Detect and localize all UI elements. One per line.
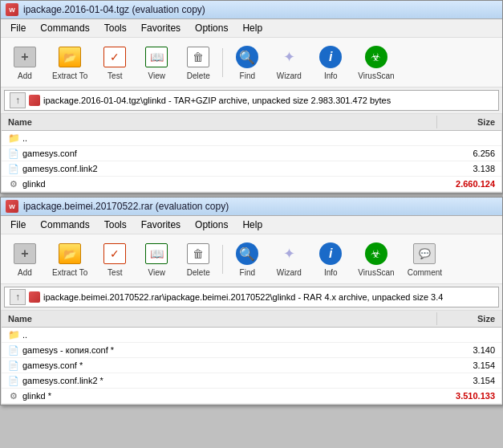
- file-name-cell: gamesys.conf.link2 *: [2, 374, 437, 387]
- virusscan-button-1[interactable]: ☣ VirusScan: [353, 41, 399, 83]
- title-bar-1: W ipackage.2016-01-04.tgz (evaluation co…: [1, 1, 502, 19]
- col-name-header-2[interactable]: Name: [2, 312, 437, 325]
- file-size-cell: [437, 334, 501, 336]
- virusscan-label-1: VirusScan: [358, 71, 394, 80]
- parent-folder-icon: [8, 132, 19, 144]
- title-text-2: ipackage.beimei.20170522.rar (evaluation…: [23, 201, 229, 212]
- file-name-cell: ..: [2, 328, 437, 341]
- delete-button-1[interactable]: 🗑 Delete: [179, 41, 217, 83]
- test-button-1[interactable]: ✓ Test: [95, 41, 134, 83]
- find-button-1[interactable]: 🔍 Find: [228, 41, 266, 83]
- find-icon-1: 🔍: [236, 46, 258, 68]
- table-row[interactable]: glinkd * 3.510.133: [2, 389, 501, 404]
- menu-file-2[interactable]: File: [4, 218, 32, 232]
- comment-icon-2: 💬: [413, 243, 436, 264]
- view-label-2: View: [148, 268, 166, 277]
- file-size-cell: 3.154: [437, 360, 501, 371]
- file-list-1: Name Size .. gamesys.conf 6.256 gamesys.…: [1, 113, 502, 193]
- comment-button-2[interactable]: 💬 Comment: [403, 238, 447, 280]
- extract-button-2[interactable]: 📂 Extract To: [47, 238, 92, 280]
- menu-favorites-1[interactable]: Favorites: [135, 21, 187, 35]
- file-name-cell: glinkd *: [2, 389, 437, 402]
- toolbar-1: + Add 📂 Extract To ✓ Test 📖 View 🗑 Delet…: [1, 38, 502, 88]
- wizard-icon-1: ✦: [278, 47, 300, 67]
- view-button-1[interactable]: 📖 View: [137, 41, 176, 83]
- delete-button-2[interactable]: 🗑 Delete: [179, 238, 217, 280]
- address-bar-2: ↑ ipackage.beimei.20170522.rar\ipackage.…: [4, 287, 499, 307]
- table-row[interactable]: gamesys - копия.conf * 3.140: [2, 343, 501, 358]
- add-button-1[interactable]: + Add: [6, 41, 44, 83]
- menu-favorites-2[interactable]: Favorites: [135, 218, 187, 232]
- menu-tools-1[interactable]: Tools: [98, 21, 133, 35]
- find-icon-2: 🔍: [236, 242, 258, 265]
- info-button-2[interactable]: i Info: [311, 238, 350, 280]
- menu-commands-1[interactable]: Commands: [34, 21, 95, 35]
- col-size-header-1[interactable]: Size: [437, 116, 501, 128]
- wizard-button-2[interactable]: ✦ Wizard: [270, 238, 308, 280]
- find-label-2: Find: [240, 268, 255, 277]
- file-size-cell: 3.154: [437, 375, 501, 386]
- file-name: glinkd: [22, 179, 46, 189]
- conf-link-file-icon: [8, 163, 19, 174]
- find-button-2[interactable]: 🔍 Find: [228, 238, 266, 280]
- file-size-cell: 2.660.124: [437, 178, 501, 189]
- file-size-cell: 3.138: [437, 163, 501, 174]
- file-size-cell: 3.140: [437, 344, 501, 356]
- extract-icon-2: 📂: [59, 243, 81, 264]
- conf-link-file-icon-2: [8, 375, 19, 386]
- extract-icon-1: 📂: [59, 47, 81, 67]
- table-row[interactable]: gamesys.conf.link2 * 3.154: [2, 373, 501, 389]
- file-name: gamesys.conf: [22, 149, 77, 158]
- app-icon-2: W: [6, 200, 18, 213]
- file-name-cell: gamesys.conf: [2, 147, 437, 160]
- menu-options-1[interactable]: Options: [189, 21, 234, 35]
- menu-help-1[interactable]: Help: [236, 21, 269, 35]
- file-size-cell: 6.256: [437, 148, 501, 159]
- extract-label-1: Extract To: [52, 71, 87, 80]
- address-bar-1: ↑ ipackage.2016-01-04.tgz\glinkd - TAR+G…: [4, 90, 499, 111]
- add-label-2: Add: [18, 268, 32, 277]
- menu-file-1[interactable]: File: [4, 21, 32, 35]
- view-button-2[interactable]: 📖 View: [137, 238, 176, 280]
- test-icon-1: ✓: [103, 47, 126, 67]
- table-row[interactable]: gamesys.conf.link2 3.138: [2, 161, 501, 177]
- col-name-header-1[interactable]: Name: [2, 116, 437, 128]
- address-text-1: ipackage.2016-01-04.tgz\glinkd - TAR+GZI…: [43, 96, 391, 105]
- delete-label-1: Delete: [187, 71, 210, 80]
- col-size-header-2[interactable]: Size: [437, 312, 501, 325]
- up-button-2[interactable]: ↑: [10, 289, 26, 305]
- file-name: ..: [22, 330, 27, 340]
- file-size-cell: 3.510.133: [437, 390, 501, 401]
- file-name: gamesys.conf *: [22, 360, 83, 370]
- table-row[interactable]: gamesys.conf 6.256: [2, 146, 501, 161]
- table-row[interactable]: gamesys.conf * 3.154: [2, 358, 501, 373]
- menu-tools-2[interactable]: Tools: [98, 218, 133, 232]
- test-label-2: Test: [107, 268, 122, 277]
- file-name-cell: ..: [2, 132, 437, 145]
- wizard-icon-2: ✦: [278, 243, 300, 264]
- menu-options-2[interactable]: Options: [189, 218, 234, 232]
- toolbar-divider-2a: [222, 245, 223, 274]
- delete-icon-1: 🗑: [187, 47, 209, 67]
- table-row[interactable]: glinkd 2.660.124: [2, 177, 501, 192]
- binary-file-icon-2: [8, 390, 19, 401]
- table-row[interactable]: ..: [2, 131, 501, 146]
- toolbar-divider-1: [222, 48, 223, 77]
- info-button-1[interactable]: i Info: [311, 41, 350, 83]
- menu-help-2[interactable]: Help: [236, 218, 269, 232]
- view-icon-2: 📖: [145, 243, 168, 264]
- address-archive-icon-1: [29, 95, 40, 106]
- table-row[interactable]: ..: [2, 328, 501, 343]
- test-button-2[interactable]: ✓ Test: [95, 238, 134, 280]
- file-name-cell: gamesys.conf *: [2, 359, 437, 372]
- virusscan-button-2[interactable]: ☣ VirusScan: [353, 238, 399, 280]
- up-button-1[interactable]: ↑: [10, 92, 26, 108]
- add-button-2[interactable]: + Add: [6, 238, 44, 280]
- extract-button-1[interactable]: 📂 Extract To: [47, 41, 92, 83]
- menu-commands-2[interactable]: Commands: [34, 218, 95, 232]
- virusscan-label-2: VirusScan: [358, 268, 394, 277]
- conf-file-icon: [8, 148, 19, 159]
- comment-label-2: Comment: [408, 268, 442, 277]
- wizard-button-1[interactable]: ✦ Wizard: [270, 41, 308, 83]
- file-size-cell: [437, 137, 501, 139]
